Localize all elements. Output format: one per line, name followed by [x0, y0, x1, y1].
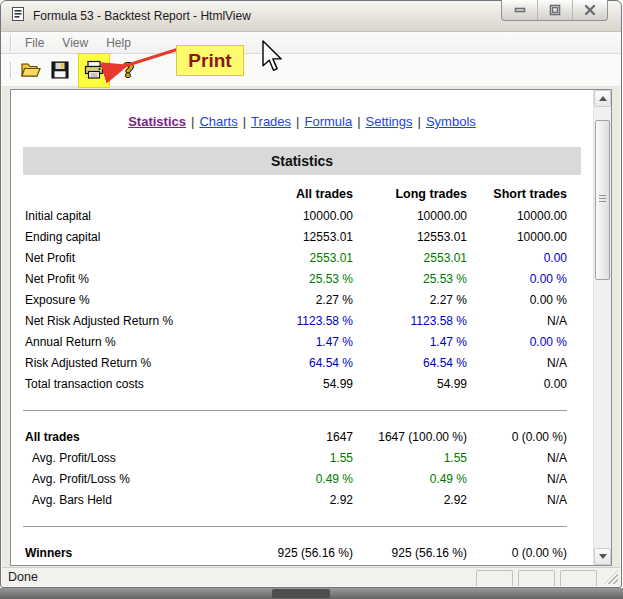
thumb-gripper-icon — [599, 195, 606, 204]
row-value: 1.55 — [233, 451, 353, 465]
print-annotation-label: Print — [176, 45, 244, 76]
row-value: 54.99 — [233, 377, 353, 391]
nav-separator: | — [296, 114, 299, 129]
app-window: Formula 53 - Backtest Report - HtmlView … — [0, 0, 622, 588]
status-pane — [560, 570, 597, 586]
row-value: 2553.01 — [233, 251, 353, 265]
row-label: Exposure % — [23, 293, 233, 307]
row-value: 2.92 — [353, 493, 467, 507]
scrollbar-thumb[interactable] — [595, 120, 610, 280]
row-label: Initial capital — [23, 209, 233, 223]
row-value: 925 (56.16 %) — [233, 546, 353, 560]
table-row: All trades16471647 (100.00 %)0 (0.00 %) — [23, 426, 581, 447]
menu-bar: File View Help — [1, 32, 621, 54]
maximize-icon — [548, 3, 562, 17]
title-bar[interactable]: Formula 53 - Backtest Report - HtmlView — [1, 1, 621, 32]
section-title: Statistics — [271, 153, 333, 169]
row-value: 12553.01 — [353, 230, 467, 244]
close-button[interactable] — [572, 0, 607, 20]
row-label: Avg. Profit/Loss — [23, 451, 233, 465]
table-row: Net Profit %25.53 %25.53 %0.00 % — [23, 268, 581, 289]
row-label: Avg. Bars Held — [23, 493, 233, 507]
vertical-scrollbar[interactable] — [593, 90, 611, 565]
arrow-down-icon — [599, 554, 607, 559]
open-button[interactable] — [17, 57, 44, 84]
row-value: 1123.58 % — [353, 314, 467, 328]
row-value: N/A — [467, 472, 567, 486]
minimize-icon — [513, 3, 527, 17]
report-nav: Statistics|Charts|Trades|Formula|Setting… — [23, 114, 581, 130]
row-value: N/A — [467, 314, 567, 328]
maximize-button[interactable] — [537, 0, 572, 20]
row-value: 0.00 — [467, 377, 567, 391]
report-table-body: Initial capital10000.0010000.0010000.00E… — [23, 205, 581, 563]
mouse-arrow-pointer — [262, 40, 284, 72]
row-value: 10000.00 — [233, 209, 353, 223]
nav-separator: | — [243, 114, 246, 129]
status-text: Done — [8, 570, 38, 584]
column-header-all-trades: All trades — [233, 187, 353, 201]
row-label: Winners — [23, 546, 233, 560]
row-value: 1.55 — [353, 451, 467, 465]
row-value: 54.99 — [353, 377, 467, 391]
nav-link-trades[interactable]: Trades — [251, 114, 291, 129]
nav-link-charts[interactable]: Charts — [199, 114, 237, 129]
report-view: Statistics|Charts|Trades|Formula|Setting… — [10, 89, 612, 566]
table-row: Winners925 (56.16 %)925 (56.16 %)0 (0.00… — [23, 542, 581, 563]
scroll-down-button[interactable] — [594, 548, 611, 565]
arrow-up-icon — [599, 96, 607, 101]
window-title: Formula 53 - Backtest Report - HtmlView — [33, 9, 251, 23]
table-row: Initial capital10000.0010000.0010000.00 — [23, 205, 581, 226]
row-label: Annual Return % — [23, 335, 233, 349]
resize-grip-icon[interactable] — [604, 570, 618, 584]
save-floppy-icon — [50, 60, 70, 80]
table-row: Avg. Profit/Loss1.551.55N/A — [23, 447, 581, 468]
row-value: 25.53 % — [353, 272, 467, 286]
row-value: 64.54 % — [233, 356, 353, 370]
scroll-up-button[interactable] — [594, 90, 611, 107]
table-row: Avg. Bars Held2.922.92N/A — [23, 489, 581, 510]
row-value: 2553.01 — [353, 251, 467, 265]
menu-view[interactable]: View — [53, 33, 97, 53]
column-header-short-trades: Short trades — [467, 187, 567, 201]
background-strip-detail — [272, 589, 330, 598]
row-value: 0.00 % — [467, 293, 567, 307]
row-value: 0.00 — [467, 251, 567, 265]
table-row: Ending capital12553.0112553.0110000.00 — [23, 226, 581, 247]
row-value: 1.47 % — [353, 335, 467, 349]
nav-link-settings[interactable]: Settings — [366, 114, 413, 129]
save-button[interactable] — [46, 57, 73, 84]
row-value: 25.53 % — [233, 272, 353, 286]
row-value: 2.27 % — [233, 293, 353, 307]
row-value: 2.27 % — [353, 293, 467, 307]
row-value: 0.00 % — [467, 272, 567, 286]
nav-separator: | — [357, 114, 360, 129]
nav-link-formula[interactable]: Formula — [304, 114, 352, 129]
table-row: Net Risk Adjusted Return %1123.58 %1123.… — [23, 310, 581, 331]
nav-separator: | — [191, 114, 194, 129]
menubar-grip[interactable] — [10, 35, 12, 51]
row-label: Net Risk Adjusted Return % — [23, 314, 233, 328]
table-row: Exposure %2.27 %2.27 %0.00 % — [23, 289, 581, 310]
row-label: Net Profit % — [23, 272, 233, 286]
row-label: Total transaction costs — [23, 377, 233, 391]
row-label: Risk Adjusted Return % — [23, 356, 233, 370]
menu-file[interactable]: File — [16, 33, 53, 53]
close-icon — [583, 3, 597, 17]
row-value: 0 (0.00 %) — [467, 430, 567, 444]
column-header-long-trades: Long trades — [353, 187, 467, 201]
minimize-button[interactable] — [502, 0, 537, 20]
nav-separator: | — [418, 114, 421, 129]
nav-link-statistics[interactable]: Statistics — [128, 114, 186, 129]
status-pane — [476, 570, 513, 586]
nav-link-symbols[interactable]: Symbols — [426, 114, 476, 129]
row-value: N/A — [467, 356, 567, 370]
toolbar-grip[interactable] — [10, 62, 12, 78]
row-value: N/A — [467, 493, 567, 507]
row-label: All trades — [23, 430, 233, 444]
status-panes — [476, 570, 597, 586]
table-header-row: All trades Long trades Short trades — [23, 183, 581, 205]
print-annotation-text: Print — [188, 50, 231, 72]
htmlview-document-icon — [10, 6, 26, 26]
section-divider — [23, 526, 567, 527]
